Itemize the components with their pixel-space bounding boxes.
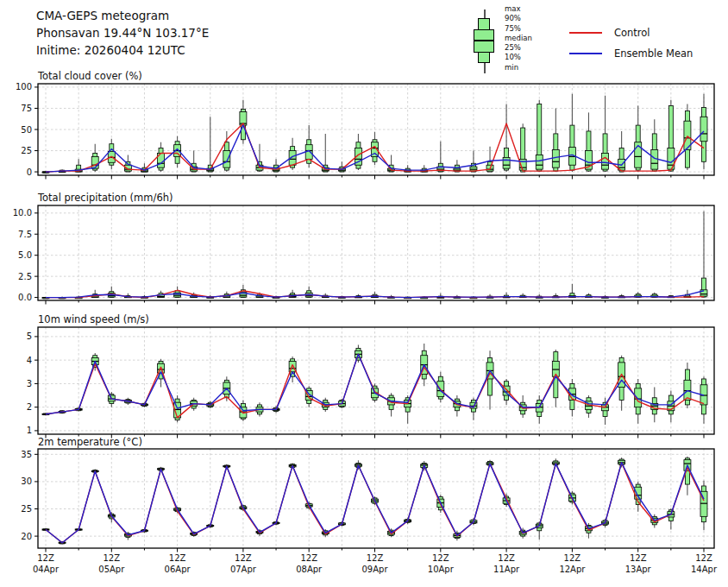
legend-label-75: 75%: [505, 24, 532, 34]
temp-ytick-label: 30: [21, 477, 32, 486]
x-label-date: 06Apr: [165, 565, 191, 574]
x-label-date: 13Apr: [625, 565, 652, 574]
precip-ytick-label: 5.0: [18, 250, 32, 260]
ensemble-mean-line-label: Ensemble Mean: [614, 47, 693, 60]
wind-ytick-label: 4: [27, 356, 32, 365]
x-label-date: 05Apr: [98, 565, 125, 574]
precip-ytick-label: 7.5: [18, 230, 32, 239]
boxplot-legend-glyph: [471, 8, 499, 75]
cloud-box-25-75: [223, 151, 230, 168]
cloud-box-25-75: [700, 117, 707, 141]
temp-ytick-label: 35: [21, 450, 32, 459]
x-label-date: 08Apr: [296, 565, 323, 574]
panel-title-cloud: Total cloud cover (%): [38, 70, 142, 82]
x-label-hour: 12Z: [498, 553, 515, 563]
cloud-box-25-75: [536, 155, 543, 169]
legend-label-25: 25%: [505, 43, 532, 53]
x-label-date: 14Apr: [691, 565, 718, 574]
cloud-ytick-label: 50: [21, 125, 32, 135]
precip-panel-border: [38, 205, 714, 300]
wind-ytick-label: 5: [27, 331, 32, 341]
cloud-ytick-label: 100: [16, 82, 32, 92]
cloud-ytick-label: 75: [21, 104, 32, 113]
legend-label-10: 10%: [505, 53, 532, 62]
ensemble-mean-line-swatch: [569, 53, 602, 54]
legend-median-line: [474, 40, 494, 41]
x-label-hour: 12Z: [432, 553, 449, 563]
meteogram-page: CMA-GEPS meteogram Phonsavan 19.44°N 103…: [0, 0, 728, 587]
temp-ytick-label: 25: [21, 504, 32, 514]
panel-title-wind: 10m wind speed (m/s): [38, 313, 149, 325]
chart-title: CMA-GEPS meteogram: [36, 7, 209, 24]
cloud-box-25-75: [91, 156, 98, 168]
cloud-box-25-75: [503, 157, 510, 168]
chart-header: CMA-GEPS meteogram Phonsavan 19.44°N 103…: [36, 7, 209, 59]
meteogram-chart: 02550751000.02.55.07.510.012345202530351…: [0, 0, 728, 587]
wind-ytick-label: 3: [27, 379, 32, 388]
x-label-date: 11Apr: [493, 565, 520, 574]
cloud-ytick-label: 25: [21, 146, 32, 155]
x-label-hour: 12Z: [235, 553, 252, 563]
x-label-hour: 12Z: [695, 553, 712, 563]
boxplot-legend-labels: max 90% 75% median 25% 10% min: [505, 4, 532, 73]
precip-ytick-label: 10.0: [13, 208, 32, 218]
cloud-box-25-75: [602, 153, 609, 169]
x-label-date: 12Apr: [559, 565, 586, 574]
x-label-hour: 12Z: [367, 553, 384, 563]
x-label-hour: 12Z: [169, 553, 186, 563]
chart-inittime: Initime: 20260404 12UTC: [36, 41, 209, 59]
control-line-swatch: [569, 32, 602, 34]
x-label-hour: 12Z: [37, 553, 54, 563]
x-label-hour: 12Z: [564, 553, 581, 563]
legend-label-90: 90%: [505, 14, 532, 23]
wind-panel-border: [38, 327, 714, 434]
x-label-date: 07Apr: [230, 565, 257, 574]
legend-label-min: min: [505, 63, 532, 73]
x-label-date: 10Apr: [428, 565, 455, 574]
panel-title-precip: Total precipitation (mm/6h): [38, 192, 173, 204]
temp-ytick-label: 20: [21, 532, 32, 541]
x-label-date: 04Apr: [33, 565, 60, 574]
control-line-label: Control: [614, 27, 650, 39]
x-label-date: 09Apr: [361, 565, 388, 574]
legend-label-max: max: [505, 4, 532, 14]
cloud-box-25-75: [552, 150, 559, 168]
cloud-box-25-75: [651, 150, 658, 170]
chart-location: Phonsavan 19.44°N 103.17°E: [36, 24, 209, 41]
wind-ytick-label: 2: [27, 402, 32, 412]
cloud-ytick-label: 0: [27, 167, 32, 177]
x-label-hour: 12Z: [300, 553, 317, 563]
precip-ytick-label: 0.0: [18, 293, 32, 302]
x-label-hour: 12Z: [104, 553, 121, 563]
panel-title-temp: 2m temperature (°C): [38, 436, 142, 448]
legend-label-median: median: [505, 34, 532, 43]
wind-ytick-label: 1: [27, 426, 32, 435]
x-label-hour: 12Z: [630, 553, 647, 563]
precip-ytick-label: 2.5: [18, 272, 32, 281]
